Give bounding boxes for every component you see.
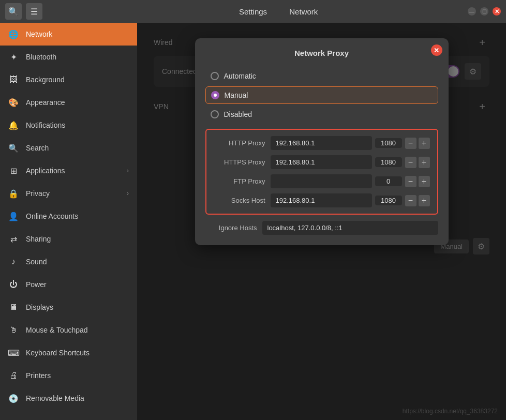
network-proxy-modal: Network Proxy ✕ Automatic Manual Disable…: [195, 38, 449, 245]
sidebar-item-search[interactable]: 🔍 Search: [0, 137, 137, 159]
socks-proxy-stepper: − +: [405, 195, 430, 206]
appearance-icon: 🎨: [8, 97, 19, 108]
sidebar-label-notifications: Notifications: [26, 121, 65, 129]
https-proxy-stepper: − +: [405, 157, 430, 168]
ignore-hosts-input[interactable]: [262, 221, 438, 235]
applications-icon: ⊞: [8, 166, 19, 176]
sidebar-item-privacy[interactable]: 🔒 Privacy ›: [0, 182, 137, 205]
search-sidebar-icon: 🔍: [8, 143, 19, 153]
sidebar-label-background: Background: [26, 76, 65, 84]
socks-proxy-port-wrap: [375, 196, 402, 205]
sidebar-item-sharing[interactable]: ⇄ Sharing: [0, 228, 137, 250]
sidebar-label-displays: Displays: [26, 303, 53, 311]
https-proxy-plus-button[interactable]: +: [419, 157, 430, 168]
https-proxy-port-input[interactable]: [378, 158, 399, 166]
titlebar: 🔍 ☰ Settings Network — ☐ ✕: [0, 0, 506, 23]
http-proxy-label: HTTP Proxy: [214, 139, 265, 147]
http-proxy-plus-button[interactable]: +: [419, 138, 430, 149]
http-proxy-minus-button[interactable]: −: [405, 138, 416, 149]
radio-manual[interactable]: Manual: [205, 86, 438, 104]
sidebar-label-mouse-touchpad: Mouse & Touchpad: [26, 326, 88, 334]
proxy-fields-container: HTTP Proxy − + HTTPS Proxy: [205, 129, 438, 215]
radio-label-disabled: Disabled: [224, 110, 252, 118]
sidebar-label-bluetooth: Bluetooth: [26, 53, 56, 61]
http-proxy-row: HTTP Proxy − +: [214, 136, 430, 150]
bluetooth-icon: ✦: [8, 52, 19, 62]
sidebar-item-online-accounts[interactable]: 👤 Online Accounts: [0, 205, 137, 228]
radio-circle-manual: [211, 91, 219, 99]
modal-close-button[interactable]: ✕: [431, 44, 442, 56]
ftp-proxy-host-input[interactable]: [271, 174, 372, 188]
sidebar-label-sound: Sound: [26, 258, 47, 266]
socks-proxy-row: Socks Host − +: [214, 193, 430, 207]
chevron-right-icon: ›: [127, 167, 129, 174]
ftp-proxy-port-input[interactable]: [378, 177, 399, 185]
online-accounts-icon: 👤: [8, 211, 19, 221]
sidebar-label-printers: Printers: [26, 371, 51, 380]
socks-proxy-label: Socks Host: [214, 197, 265, 204]
sidebar-item-printers[interactable]: 🖨 Printers: [0, 364, 137, 387]
sidebar-item-sound[interactable]: ♪ Sound: [0, 250, 137, 273]
http-proxy-port-input[interactable]: [378, 139, 399, 147]
socks-proxy-plus-button[interactable]: +: [419, 195, 430, 206]
content-area: Wired + Connected - 1000 Mb/s ⚙ VPN + Ma…: [137, 23, 506, 420]
sidebar-item-mouse-touchpad[interactable]: 🖱 Mouse & Touchpad: [0, 319, 137, 341]
sidebar-item-applications[interactable]: ⊞ Applications ›: [0, 159, 137, 182]
ftp-proxy-port-wrap: [375, 176, 402, 186]
power-icon: ⏻: [8, 279, 19, 290]
network-icon: 🌐: [8, 29, 19, 39]
sidebar-label-sharing: Sharing: [26, 235, 51, 243]
sound-icon: ♪: [8, 257, 19, 267]
sidebar-item-background[interactable]: 🖼 Background: [0, 68, 137, 91]
maximize-button[interactable]: ☐: [480, 7, 488, 16]
modal-title: Network Proxy: [205, 49, 438, 57]
https-proxy-row: HTTPS Proxy − +: [214, 155, 430, 169]
sharing-icon: ⇄: [8, 234, 19, 244]
sidebar-label-privacy: Privacy: [26, 189, 50, 198]
sidebar-label-online-accounts: Online Accounts: [26, 212, 78, 220]
socks-proxy-host-input[interactable]: [271, 193, 372, 207]
radio-automatic[interactable]: Automatic: [205, 68, 438, 84]
sidebar-label-search: Search: [26, 144, 49, 152]
sidebar-item-bluetooth[interactable]: ✦ Bluetooth: [0, 46, 137, 68]
removable-media-icon: 💿: [8, 393, 19, 403]
socks-proxy-minus-button[interactable]: −: [405, 195, 416, 206]
http-proxy-stepper: − +: [405, 138, 430, 149]
modal-overlay: Network Proxy ✕ Automatic Manual Disable…: [137, 23, 506, 420]
background-icon: 🖼: [8, 74, 19, 85]
ftp-proxy-stepper: − +: [405, 176, 430, 187]
chevron-right-icon-2: ›: [127, 190, 129, 197]
displays-icon: 🖥: [8, 302, 19, 312]
sidebar-item-appearance[interactable]: 🎨 Appearance: [0, 91, 137, 114]
sidebar: 🌐 Network ✦ Bluetooth 🖼 Background 🎨 App…: [0, 23, 137, 420]
sidebar-label-network: Network: [26, 30, 52, 38]
socks-proxy-port-input[interactable]: [378, 197, 399, 204]
search-icon: 🔍: [8, 7, 19, 17]
sidebar-item-network[interactable]: 🌐 Network: [0, 23, 137, 46]
ftp-proxy-plus-button[interactable]: +: [419, 176, 430, 187]
menu-button[interactable]: ☰: [26, 3, 42, 20]
http-proxy-host-input[interactable]: [271, 136, 372, 150]
sidebar-item-keyboard-shortcuts[interactable]: ⌨ Keyboard Shortcuts: [0, 341, 137, 364]
https-proxy-label: HTTPS Proxy: [214, 158, 265, 166]
section-title: Network: [289, 7, 318, 16]
ftp-proxy-minus-button[interactable]: −: [405, 176, 416, 187]
sidebar-item-displays[interactable]: 🖥 Displays: [0, 296, 137, 319]
sidebar-item-power[interactable]: ⏻ Power: [0, 273, 137, 296]
app-title: Settings: [239, 7, 267, 16]
sidebar-item-removable-media[interactable]: 💿 Removable Media: [0, 387, 137, 410]
https-proxy-host-input[interactable]: [271, 155, 372, 169]
https-proxy-port-wrap: [375, 157, 402, 167]
radio-label-manual: Manual: [225, 91, 248, 99]
minimize-button[interactable]: —: [468, 7, 476, 16]
ftp-proxy-row: FTP Proxy − +: [214, 174, 430, 188]
sidebar-label-appearance: Appearance: [26, 98, 65, 107]
radio-label-automatic: Automatic: [224, 72, 256, 80]
search-button[interactable]: 🔍: [5, 3, 22, 20]
sidebar-label-keyboard-shortcuts: Keyboard Shortcuts: [26, 349, 90, 357]
close-button[interactable]: ✕: [493, 7, 501, 16]
radio-disabled[interactable]: Disabled: [205, 106, 438, 123]
https-proxy-minus-button[interactable]: −: [405, 157, 416, 168]
sidebar-item-notifications[interactable]: 🔔 Notifications: [0, 114, 137, 137]
main-layout: 🌐 Network ✦ Bluetooth 🖼 Background 🎨 App…: [0, 23, 506, 420]
